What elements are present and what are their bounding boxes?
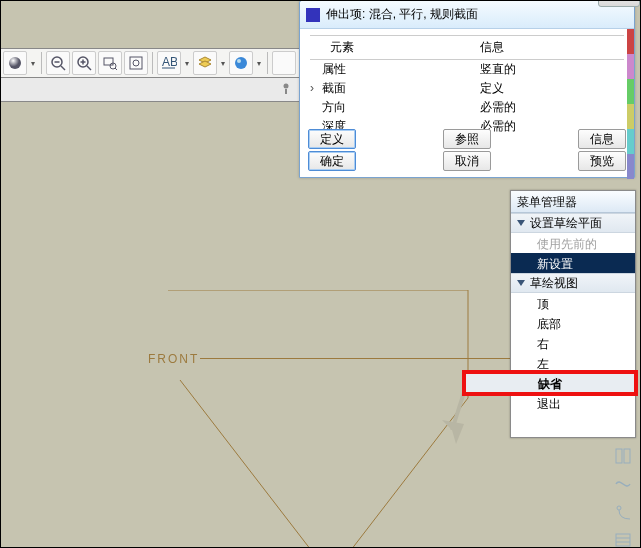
sketch-profile [168,290,488,548]
menu-item-top[interactable]: 顶 [511,293,635,313]
menu-item-right[interactable]: 右 [511,333,635,353]
main-toolbar: ▾ AB ▾ ▾ ▾ [0,48,305,78]
dropdown-icon[interactable]: ▾ [29,51,37,75]
section-label: 草绘视图 [530,275,578,292]
dropdown-icon[interactable]: ▾ [183,51,191,75]
svg-line-2 [61,66,65,70]
svg-rect-24 [624,449,630,463]
section-label: 设置草绘平面 [530,215,602,232]
menu-item-use-previous: 使用先前的 [511,233,635,253]
annotation-icon[interactable]: AB [157,51,181,75]
svg-rect-26 [616,534,630,546]
define-button[interactable]: 定义 [308,129,356,149]
svg-point-17 [235,57,247,69]
dialog-body: 元素 属性 ›截面 方向 深度 信息 竖直的 定义 必需的 必需的 [300,29,634,142]
sphere-tool-icon[interactable] [3,51,27,75]
svg-marker-16 [199,61,211,67]
toolbar-knob-icon[interactable] [280,82,292,94]
chevron-down-icon [517,280,525,286]
svg-rect-11 [130,57,142,69]
preview-button[interactable]: 预览 [578,151,626,171]
menu-item-default[interactable]: 缺省 [465,373,635,393]
appearance-icon[interactable] [229,51,253,75]
right-icon-strip [611,444,637,548]
datum-curve-icon[interactable] [611,500,635,524]
chevron-down-icon [517,220,525,226]
dialog-button-row: 定义 参照 信息 确定 取消 预览 [308,127,626,171]
feature-dialog: 伸出项: 混合, 平行, 规则截面 x 元素 属性 ›截面 方向 深度 信息 竖… [299,0,635,178]
menu-manager-title[interactable]: 菜单管理器 [511,191,635,213]
column-header-element: 元素 [310,35,480,60]
table-row[interactable]: 属性 [310,60,480,79]
svg-point-0 [9,57,21,69]
element-cell: 截面 [322,81,346,95]
dialog-titlebar[interactable]: 伸出项: 混合, 平行, 规则截面 [300,1,634,29]
refit-icon[interactable] [124,51,148,75]
section-set-sketch-plane[interactable]: 设置草绘平面 [511,213,635,233]
zoom-in-icon[interactable] [72,51,96,75]
menu-manager-panel: 菜单管理器 设置草绘平面 使用先前的 新设置 草绘视图 顶 底部 右 左 缺省 … [510,190,636,438]
info-button[interactable]: 信息 [578,129,626,149]
dialog-app-icon [306,8,320,22]
element-cell: 方向 [322,100,346,114]
info-cell: 竖直的 [480,60,624,79]
dropdown-icon[interactable]: ▾ [255,51,263,75]
svg-point-12 [133,60,139,66]
svg-rect-8 [104,58,113,65]
zoom-out-icon[interactable] [46,51,70,75]
datum-point-icon[interactable] [611,528,635,548]
ok-button[interactable]: 确定 [308,151,356,171]
datum-axis-icon[interactable] [611,472,635,496]
menu-item-left[interactable]: 左 [511,353,635,373]
table-row[interactable]: 方向 [310,98,480,117]
close-icon[interactable]: x [598,0,640,7]
cancel-button[interactable]: 取消 [443,151,491,171]
menu-item-quit[interactable]: 退出 [511,393,635,413]
svg-rect-23 [616,449,622,463]
svg-text:AB: AB [162,55,177,69]
svg-marker-22 [442,420,464,444]
reference-button[interactable]: 参照 [443,129,491,149]
extra-tool-icon[interactable] [272,51,296,75]
svg-point-18 [237,59,241,63]
svg-line-10 [115,68,117,70]
info-cell: 必需的 [480,98,624,117]
info-cell: 定义 [480,79,624,98]
svg-point-19 [284,84,289,89]
secondary-toolbar [0,78,305,102]
dialog-edge-colorbar [627,29,634,179]
layers-icon[interactable] [193,51,217,75]
element-cell: 属性 [322,62,346,76]
datum-plane-icon[interactable] [611,444,635,468]
dialog-title: 伸出项: 混合, 平行, 规则截面 [326,6,628,23]
menu-item-new-setup[interactable]: 新设置 [511,253,635,273]
zoom-window-icon[interactable] [98,51,122,75]
table-row[interactable]: ›截面 [310,79,480,98]
svg-line-5 [87,66,91,70]
svg-point-25 [617,506,621,510]
menu-item-bottom[interactable]: 底部 [511,313,635,333]
dropdown-icon[interactable]: ▾ [219,51,227,75]
column-header-info: 信息 [480,35,624,60]
section-sketch-view[interactable]: 草绘视图 [511,273,635,293]
